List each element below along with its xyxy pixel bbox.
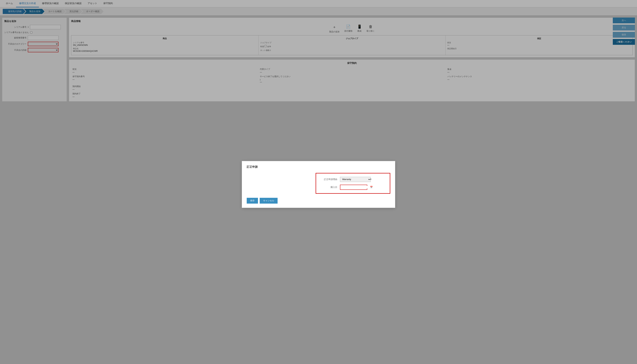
purchase-date-wrapper: 📅 <box>340 185 367 190</box>
purchase-date-input[interactable] <box>341 186 370 188</box>
modal-save-button[interactable]: 保存 <box>247 198 258 204</box>
modal-title: 訂正申請 <box>247 165 390 169</box>
modal-left-area <box>247 173 312 194</box>
reason-select[interactable]: Warranty Other <box>340 177 371 182</box>
purchase-date-row: 購入日 📅 <box>320 185 386 190</box>
purchase-date-label: 購入日 <box>320 186 337 189</box>
modal-right-area: 訂正申請理由 Warranty Other ▼ 購入日 📅 <box>315 173 390 194</box>
modal-cancel-button[interactable]: キャンセル <box>260 198 277 204</box>
reason-row: 訂正申請理由 Warranty Other ▼ <box>320 177 386 182</box>
modal-footer: 保存 キャンセル <box>247 198 390 204</box>
reason-label: 訂正申請理由 <box>320 178 337 181</box>
correction-modal: 訂正申請 訂正申請理由 Warranty Other ▼ 購入日 📅 保存 <box>242 161 395 208</box>
modal-body: 訂正申請理由 Warranty Other ▼ 購入日 📅 <box>247 173 390 194</box>
calendar-icon[interactable]: 📅 <box>370 186 373 188</box>
